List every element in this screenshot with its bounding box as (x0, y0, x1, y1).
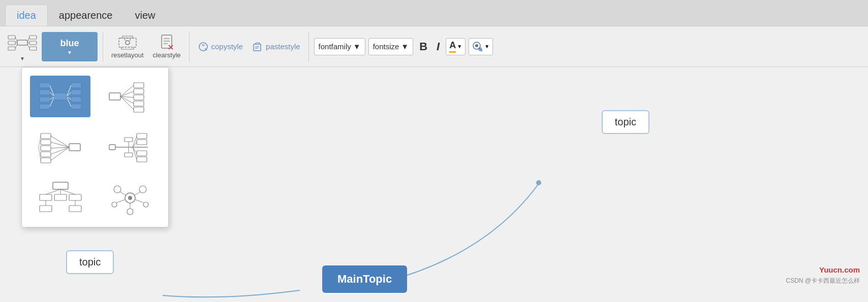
svg-line-90 (46, 189, 60, 194)
tab-appearence[interactable]: appearence (48, 5, 124, 26)
svg-rect-0 (17, 40, 27, 45)
copystyle-label: copystyle (211, 42, 243, 51)
svg-point-26 (475, 44, 478, 47)
svg-rect-47 (134, 83, 144, 88)
bold-label: B (419, 40, 427, 53)
map-style-section: ▼ (6, 30, 39, 62)
svg-rect-59 (41, 146, 51, 151)
svg-rect-86 (54, 194, 67, 200)
svg-rect-3 (8, 47, 15, 50)
svg-point-14 (126, 41, 130, 45)
svg-line-80 (133, 147, 137, 153)
svg-rect-61 (41, 158, 51, 163)
layout-option-left-tree[interactable] (30, 126, 90, 168)
resetlayout-label: resetlayout (111, 51, 144, 59)
svg-rect-35 (71, 90, 81, 95)
color-button-arrow: ▼ (67, 50, 72, 55)
svg-point-101 (127, 209, 133, 215)
map-style-arrow: ▼ (20, 56, 25, 61)
svg-rect-4 (29, 36, 37, 39)
svg-rect-5 (29, 41, 37, 45)
tab-view[interactable]: view (123, 5, 166, 26)
svg-line-103 (134, 192, 140, 195)
resetlayout-button[interactable]: resetlayout (108, 32, 147, 61)
svg-rect-57 (41, 133, 51, 139)
svg-rect-77 (125, 153, 133, 157)
topic-right-label: topic (615, 116, 636, 127)
layout-option-center[interactable] (30, 76, 90, 117)
svg-point-98 (139, 186, 146, 193)
svg-line-67 (51, 147, 69, 160)
tab-idea[interactable]: idea (5, 5, 48, 26)
clearstyle-button[interactable]: clearstyle (150, 32, 184, 61)
svg-rect-50 (134, 101, 144, 106)
layout-right-tree-icon (107, 79, 153, 114)
resetlayout-icon (118, 34, 137, 50)
text-color-button[interactable]: A ▼ (446, 38, 466, 55)
svg-rect-37 (71, 104, 81, 109)
italic-button[interactable]: I (433, 39, 443, 54)
svg-rect-58 (41, 140, 51, 145)
text-color-label: A (449, 40, 456, 53)
svg-line-81 (133, 147, 137, 159)
layout-org-tree-icon (38, 180, 83, 216)
svg-rect-32 (40, 97, 50, 102)
bg-color-button[interactable]: ▼ (469, 38, 493, 55)
svg-rect-72 (137, 133, 147, 139)
svg-rect-36 (71, 97, 81, 102)
clearstyle-icon (158, 34, 176, 50)
clearstyle-label: clearstyle (153, 51, 181, 59)
layout-option-fishbone[interactable] (100, 126, 160, 168)
bold-button[interactable]: B (416, 39, 430, 54)
map-style-button[interactable]: ▼ (6, 30, 39, 62)
svg-line-10 (27, 37, 29, 42)
watermark-line1: Yuucn.com (786, 264, 860, 276)
fontfamily-arrow: ▼ (353, 42, 361, 51)
text-color-arrow: ▼ (457, 44, 462, 49)
svg-rect-87 (69, 194, 81, 200)
pastestyle-button[interactable]: pastestyle (249, 39, 303, 54)
svg-rect-2 (8, 41, 15, 45)
main-topic-node[interactable]: MainTopic (322, 265, 407, 293)
layout-option-bubble[interactable] (100, 177, 160, 219)
svg-rect-74 (137, 151, 147, 156)
fontsize-label: fontsize (373, 42, 399, 51)
bg-color-arrow: ▼ (484, 44, 489, 49)
svg-rect-49 (134, 95, 144, 100)
topic-right-node[interactable]: topic (602, 110, 649, 134)
color-button-label: blue (60, 38, 79, 49)
svg-line-78 (133, 136, 137, 147)
svg-rect-89 (69, 206, 81, 212)
layout-fishbone-icon (107, 129, 153, 165)
svg-rect-73 (137, 140, 147, 145)
svg-point-99 (112, 202, 117, 207)
watermark-line2: CSDN @卡卡西最近怎么样 (786, 276, 860, 286)
fontfamily-select[interactable]: fontfamily ▼ (314, 38, 365, 55)
svg-rect-88 (40, 206, 52, 212)
svg-rect-46 (109, 93, 120, 100)
svg-rect-60 (41, 152, 51, 157)
layout-bubble-icon (107, 180, 153, 216)
svg-rect-13 (119, 38, 136, 47)
svg-rect-30 (40, 83, 50, 88)
svg-rect-6 (29, 47, 37, 50)
layout-option-org-tree[interactable] (30, 177, 90, 219)
svg-line-56 (120, 96, 134, 110)
svg-line-9 (15, 44, 17, 48)
svg-rect-70 (109, 145, 115, 150)
main-topic-label: MainTopic (337, 273, 392, 285)
svg-line-52 (120, 85, 134, 96)
svg-line-102 (120, 192, 126, 195)
layout-option-right-tree[interactable] (100, 76, 160, 117)
layout-left-tree-icon (38, 129, 83, 165)
fontsize-select[interactable]: fontsize ▼ (368, 38, 414, 55)
topic-left-node[interactable]: topic (66, 250, 114, 274)
svg-rect-34 (71, 83, 81, 88)
color-button[interactable]: blue ▼ (42, 32, 98, 61)
copystyle-button[interactable]: copystyle (195, 39, 246, 54)
watermark: Yuucn.com CSDN @卡卡西最近怎么样 (786, 264, 860, 286)
svg-rect-84 (53, 182, 68, 189)
bg-color-icon (472, 41, 483, 52)
svg-line-63 (51, 136, 69, 147)
tab-bar: idea appearence view (0, 0, 868, 26)
